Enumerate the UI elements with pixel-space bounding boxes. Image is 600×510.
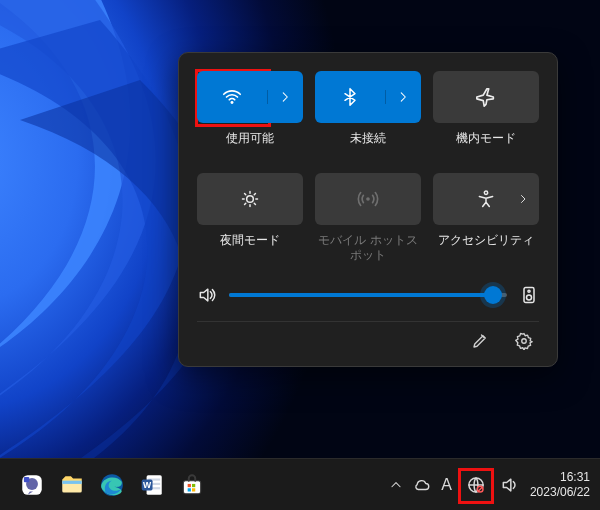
pencil-icon	[471, 332, 489, 350]
accessibility-label: アクセシビリティ	[438, 233, 534, 263]
svg-rect-21	[188, 483, 191, 486]
word-icon: W	[139, 472, 165, 498]
hotspot-icon	[357, 188, 379, 210]
wifi-icon	[221, 86, 243, 108]
gear-icon	[515, 332, 533, 350]
bluetooth-toggle[interactable]	[315, 71, 421, 123]
settings-button[interactable]	[511, 328, 537, 354]
wifi-expand-button[interactable]	[267, 90, 303, 104]
audio-device-button[interactable]	[519, 285, 539, 305]
cloud-icon	[413, 476, 431, 494]
wifi-toggle[interactable]	[197, 71, 303, 123]
chevron-right-icon	[396, 90, 410, 104]
night-light-toggle[interactable]	[197, 173, 303, 225]
volume-row	[197, 285, 539, 305]
tray-volume[interactable]	[500, 475, 520, 495]
tile-night-wrap: 夜間モード	[197, 173, 303, 263]
taskbar-app-store[interactable]	[176, 469, 208, 501]
accessibility-expand[interactable]	[517, 193, 529, 205]
svg-point-0	[231, 101, 234, 104]
edit-quick-settings-button[interactable]	[467, 328, 493, 354]
svg-rect-12	[62, 480, 82, 483]
tile-hotspot-wrap: モバイル ホットスポット	[315, 173, 421, 263]
svg-point-6	[528, 290, 530, 292]
clock-date: 2023/06/22	[530, 485, 590, 499]
svg-rect-10	[24, 476, 29, 481]
globe-blocked-icon	[466, 475, 486, 495]
hotspot-toggle[interactable]	[315, 173, 421, 225]
taskbar-tray: A 16:31 2023/06/22	[389, 470, 590, 499]
svg-point-5	[527, 295, 532, 300]
tile-accessibility-wrap: アクセシビリティ	[433, 173, 539, 263]
taskbar-app-explorer[interactable]	[56, 469, 88, 501]
tile-wifi-wrap: 使用可能	[197, 71, 303, 161]
bluetooth-expand-button[interactable]	[385, 90, 421, 104]
airplane-icon	[475, 86, 497, 108]
wifi-label: 使用可能	[226, 131, 274, 161]
svg-text:W: W	[143, 480, 152, 490]
svg-rect-24	[192, 488, 195, 491]
volume-slider[interactable]	[229, 293, 507, 297]
airplane-toggle[interactable]	[433, 71, 539, 123]
svg-rect-22	[192, 483, 195, 486]
night-light-icon	[240, 189, 260, 209]
tile-bluetooth-wrap: 未接続	[315, 71, 421, 161]
night-label: 夜間モード	[220, 233, 280, 263]
tray-onedrive[interactable]	[413, 476, 431, 494]
folder-icon	[59, 472, 85, 498]
accessibility-toggle[interactable]	[433, 173, 539, 225]
svg-point-7	[522, 339, 527, 344]
store-icon	[179, 472, 205, 498]
tray-network[interactable]	[462, 471, 490, 499]
clock-time: 16:31	[530, 470, 590, 484]
taskbar-app-chat[interactable]	[16, 469, 48, 501]
taskbar-pinned: W	[16, 469, 208, 501]
accessibility-icon	[476, 189, 496, 209]
taskbar-app-word[interactable]: W	[136, 469, 168, 501]
svg-point-1	[247, 196, 254, 203]
bluetooth-label: 未接続	[350, 131, 386, 161]
hotspot-label: モバイル ホットスポット	[315, 233, 421, 263]
speaker-icon	[197, 285, 217, 305]
speaker-icon	[500, 475, 520, 495]
audio-device-icon	[519, 285, 539, 305]
chevron-right-icon	[517, 193, 529, 205]
tray-ime[interactable]: A	[441, 476, 452, 494]
svg-point-2	[366, 197, 370, 201]
edge-icon	[99, 472, 125, 498]
tile-airplane-wrap: 機内モード	[433, 71, 539, 161]
quick-settings-grid: 使用可能 未接続 機内モード 夜	[197, 71, 539, 263]
chevron-right-icon	[278, 90, 292, 104]
chat-icon	[19, 472, 45, 498]
svg-rect-23	[188, 488, 191, 491]
wifi-toggle-main[interactable]	[197, 86, 267, 108]
panel-footer	[197, 321, 539, 354]
airplane-label: 機内モード	[456, 131, 516, 161]
tray-overflow-button[interactable]	[389, 478, 403, 492]
taskbar-app-edge[interactable]	[96, 469, 128, 501]
chevron-up-icon	[389, 478, 403, 492]
taskbar: W A 16:31 2023/06/22	[0, 458, 600, 510]
taskbar-clock[interactable]: 16:31 2023/06/22	[530, 470, 590, 499]
bluetooth-toggle-main[interactable]	[315, 87, 385, 107]
quick-settings-panel: 使用可能 未接続 機内モード 夜	[178, 52, 558, 367]
svg-point-3	[484, 191, 487, 194]
bluetooth-icon	[340, 87, 360, 107]
